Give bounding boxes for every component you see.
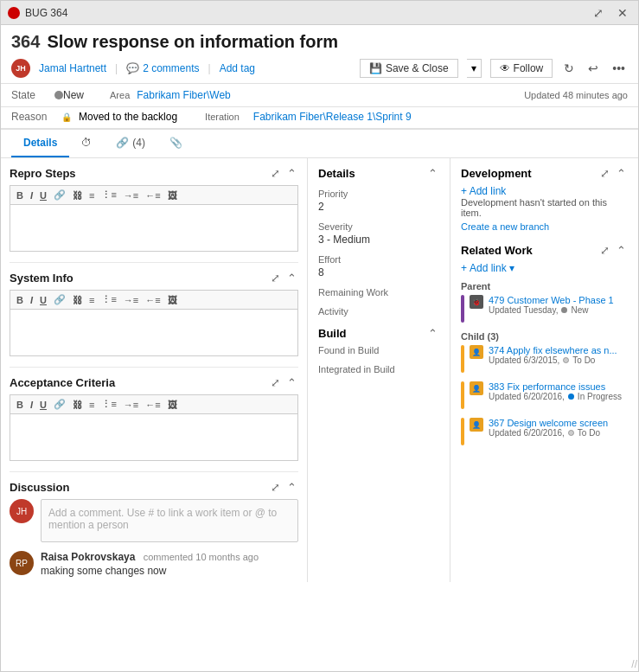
ac-outdent-btn[interactable]: ←≡ [143,398,163,411]
development-title: Development [461,167,532,180]
create-branch-link[interactable]: Create a new branch [461,221,628,232]
system-info-toolbar: B I U 🔗 ⛓ ≡ ⋮≡ →≡ ←≡ 🖼 [10,290,298,309]
iteration-value[interactable]: Fabrikam Fiber\Release 1\Sprint 9 [253,111,412,123]
tab-history[interactable]: ⏱ [69,130,104,157]
tab-details[interactable]: Details [11,130,69,157]
system-info-collapse-btn[interactable]: ⌃ [285,272,298,285]
parent-updated: Updated Tuesday, [489,305,558,315]
tab-attachments[interactable]: 📎 [157,130,195,157]
repro-italic-btn[interactable]: I [28,189,35,202]
ac-ordered-btn[interactable]: ⋮≡ [99,398,118,411]
sysinfo-indent-btn[interactable]: →≡ [121,293,141,306]
ac-collapse-btn[interactable]: ⌃ [285,376,298,389]
repro-underline-btn[interactable]: U [37,189,49,202]
repro-steps-input[interactable] [10,204,298,252]
state-dot [54,91,63,99]
sysinfo-outdent-btn[interactable]: ←≡ [143,293,163,306]
discussion-collapse-btn[interactable]: ⌃ [285,481,298,494]
maximize-button[interactable]: ⤢ [590,6,607,20]
priority-value[interactable]: 2 [318,201,439,213]
related-collapse-btn[interactable]: ⌃ [615,244,628,257]
ac-expand-btn[interactable]: ⤢ [269,376,282,389]
sysinfo-link2-btn[interactable]: ⛓ [70,293,85,306]
sysinfo-underline-btn[interactable]: U [37,293,49,306]
right-panel: Development ⤢ ⌃ + Add link Development h… [450,158,638,582]
ac-italic-btn[interactable]: I [28,398,35,411]
save-close-button[interactable]: 💾 Save & Close [360,59,458,78]
state-label: State [11,89,54,101]
follow-button[interactable]: 👁 Follow [490,59,553,78]
child-367-status-dot [568,430,574,436]
comments-link[interactable]: 💬 2 comments [126,62,199,74]
repro-bullet-btn[interactable]: ≡ [86,189,97,202]
save-dropdown-button[interactable]: ▾ [467,59,482,78]
close-button[interactable]: ✕ [614,6,631,20]
ac-bullet-btn[interactable]: ≡ [86,398,97,411]
child-367-title[interactable]: 367 Design welcome screen [489,418,628,428]
dev-add-link-btn[interactable]: + Add link [461,185,628,197]
ac-underline-btn[interactable]: U [37,398,49,411]
reason-value[interactable]: Moved to the backlog [79,111,177,123]
history-icon: ⏱ [81,137,92,149]
system-info-input[interactable] [10,309,298,356]
refresh-button[interactable]: ↻ [561,61,577,75]
sysinfo-image-btn[interactable]: 🖼 [165,293,180,306]
sysinfo-bold-btn[interactable]: B [14,293,26,306]
sysinfo-ordered-btn[interactable]: ⋮≡ [99,293,118,306]
parent-status: New [571,305,588,315]
build-collapse-btn[interactable]: ⌃ [426,327,439,340]
more-button[interactable]: ••• [610,61,628,75]
child-367-id: 367 [489,418,504,428]
ac-image-btn[interactable]: 🖼 [165,398,180,411]
discussion-expand-btn[interactable]: ⤢ [269,481,282,494]
dev-expand-btn[interactable]: ⤢ [598,167,611,180]
parent-wi-title[interactable]: 479 Customer Web - Phase 1 [489,295,628,305]
undo-button[interactable]: ↩ [585,61,601,75]
ac-link2-btn[interactable]: ⛓ [70,398,85,411]
sysinfo-italic-btn[interactable]: I [28,293,35,306]
area-value[interactable]: Fabrikam Fiber\Web [137,89,230,101]
child-374-title[interactable]: 374 Apply fix elsewhere as n... [489,345,628,355]
repro-steps-controls: ⤢ ⌃ [269,167,298,180]
repro-image-btn[interactable]: 🖼 [165,189,180,202]
priority-field: Priority 2 [318,189,439,213]
details-collapse-btn[interactable]: ⌃ [426,167,439,180]
repro-ordered-btn[interactable]: ⋮≡ [99,189,118,202]
repro-outdent-btn[interactable]: ←≡ [143,189,163,202]
child-383-title[interactable]: 383 Fix performance issues [489,381,628,392]
ac-indent-btn[interactable]: →≡ [121,398,141,411]
ac-link-btn[interactable]: 🔗 [51,398,68,411]
comment-input[interactable]: Add a comment. Use # to link a work item… [41,499,298,542]
state-value[interactable]: New [63,89,84,101]
repro-steps-expand-btn[interactable]: ⤢ [269,167,282,180]
add-tag-link[interactable]: Add tag [220,62,255,74]
repro-bold-btn[interactable]: B [14,189,26,202]
system-info-header: System Info ⤢ ⌃ [10,272,298,285]
commenter-avatar: JH [10,499,34,523]
severity-value[interactable]: 3 - Medium [318,234,439,246]
sysinfo-link-btn[interactable]: 🔗 [51,293,68,306]
ac-input[interactable] [10,413,298,461]
effort-value[interactable]: 8 [318,266,439,278]
resize-handle[interactable]: // [631,658,637,670]
comment-body: Raisa Pokrovskaya commented 10 months ag… [41,551,298,577]
repro-steps-collapse-btn[interactable]: ⌃ [285,167,298,180]
system-info-expand-btn[interactable]: ⤢ [269,272,282,285]
related-expand-btn[interactable]: ⤢ [598,244,611,257]
ac-bold-btn[interactable]: B [14,398,26,411]
related-add-link-btn[interactable]: + Add link ▾ [461,262,628,274]
raisa-avatar: RP [10,551,34,575]
tab-links[interactable]: 🔗 (4) [104,130,157,157]
dev-header-controls: ⤢ ⌃ [598,167,628,180]
repro-link2-btn[interactable]: ⛓ [70,189,85,202]
work-item-id: 364 [11,32,40,52]
repro-link-btn[interactable]: 🔗 [51,189,68,202]
title-bar-label: BUG 364 [25,7,67,19]
dev-collapse-btn[interactable]: ⌃ [615,167,628,180]
details-panel: Details ⌃ Priority 2 Severity 3 - Medium… [308,158,450,582]
sysinfo-bullet-btn[interactable]: ≡ [86,293,97,306]
author-name[interactable]: Jamal Hartnett [39,62,106,74]
follow-label: Follow [514,62,544,74]
repro-indent-btn[interactable]: →≡ [121,189,141,202]
child-374-info: 374 Apply fix elsewhere as n... Updated … [489,345,628,365]
